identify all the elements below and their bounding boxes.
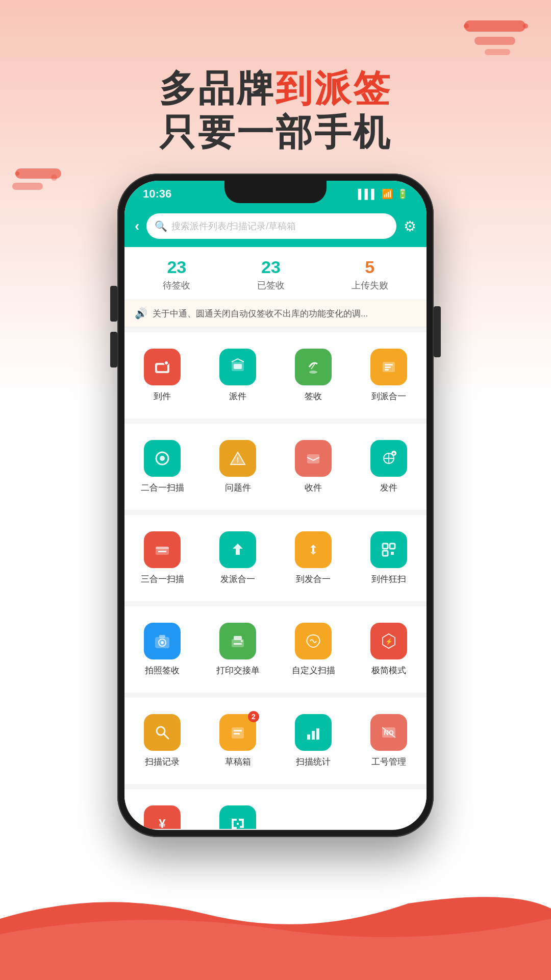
- icon-wozhangdan: ¥: [144, 805, 181, 829]
- icon-saoyisao: [219, 805, 256, 829]
- icon-paizhao: [144, 623, 181, 659]
- grid-section-2: 二合一扫描 ! 问题件 收件: [124, 424, 427, 510]
- svg-point-43: [241, 640, 243, 642]
- label-qianshou: 签收: [305, 390, 322, 402]
- menu-item-paijian[interactable]: 派件: [200, 340, 276, 410]
- icon-paijian: [219, 349, 256, 385]
- svg-text:!: !: [237, 456, 239, 464]
- label-daopaiheyi: 到派合一: [371, 390, 406, 402]
- svg-rect-2: [485, 49, 510, 55]
- signal-icon: ▌▌▌: [358, 189, 378, 200]
- search-box[interactable]: 🔍 搜索派件列表/扫描记录/草稿箱: [146, 213, 396, 239]
- menu-item-fapaiheyi[interactable]: 发派合一: [200, 523, 276, 593]
- menu-item-sanheyi[interactable]: 三合一扫描: [124, 523, 200, 593]
- status-icons: ▌▌▌ 📶 🔋: [358, 188, 408, 200]
- label-paijian: 派件: [229, 390, 246, 402]
- icon-zidingyisao: [295, 623, 332, 659]
- menu-item-dayinjiao[interactable]: 打印交接单: [200, 615, 276, 684]
- status-time: 10:36: [143, 187, 171, 201]
- wifi-icon: 📶: [382, 188, 393, 200]
- menu-item-wentijian[interactable]: ! 问题件: [200, 432, 276, 502]
- menu-item-daopaiheyi[interactable]: 到派合一: [351, 340, 427, 410]
- svg-rect-49: [234, 730, 242, 731]
- stat-pending[interactable]: 23 待签收: [163, 257, 190, 291]
- menu-item-paizhao[interactable]: 拍照签收: [124, 615, 200, 684]
- svg-rect-23: [307, 454, 319, 463]
- stat-failed-label: 上传失败: [352, 279, 388, 291]
- svg-rect-66: [242, 824, 244, 828]
- svg-rect-50: [234, 733, 240, 734]
- placeholder-2: [351, 797, 427, 829]
- menu-item-daojian[interactable]: 到件: [124, 340, 200, 410]
- menu-item-saoyisao[interactable]: 扫一扫: [200, 797, 276, 829]
- menu-item-saomaojilu[interactable]: 扫描记录: [124, 706, 200, 776]
- label-caogaoxiang: 草稿箱: [225, 756, 251, 768]
- svg-rect-8: [51, 175, 57, 181]
- icon-erheyi: [144, 440, 181, 477]
- stat-pending-number: 23: [163, 257, 190, 277]
- menu-item-jijianmoshi[interactable]: ⚡ 极简模式: [351, 615, 427, 684]
- menu-item-qianshou[interactable]: 签收: [276, 340, 351, 410]
- svg-rect-61: [242, 819, 244, 824]
- svg-rect-33: [390, 544, 395, 549]
- top-bar: ‹ 🔍 搜索派件列表/扫描记录/草稿箱 ⚙: [124, 207, 427, 247]
- svg-rect-31: [158, 551, 166, 552]
- menu-item-wozhangdan[interactable]: ¥ 我的账单: [124, 797, 200, 829]
- notice-icon: 🔊: [135, 307, 147, 320]
- power-button: [434, 306, 441, 357]
- svg-rect-51: [307, 734, 310, 740]
- header-title: 多品牌到派签 只要一部手机: [0, 66, 551, 155]
- placeholder-1: [276, 797, 351, 829]
- menu-item-erheyi[interactable]: 二合一扫描: [124, 432, 200, 502]
- menu-item-fajian[interactable]: + 发件: [351, 432, 427, 502]
- menu-item-saomiaotongji[interactable]: 扫描统计: [276, 706, 351, 776]
- svg-rect-42: [234, 643, 242, 645]
- svg-rect-53: [316, 728, 319, 740]
- stat-signed[interactable]: 23 已签收: [257, 257, 285, 291]
- volume-up-button: [110, 286, 117, 322]
- svg-point-15: [309, 371, 317, 374]
- icon-saomiaotongji: [295, 714, 332, 751]
- stat-failed[interactable]: 5 上传失败: [352, 257, 388, 291]
- back-button[interactable]: ‹: [135, 218, 139, 234]
- svg-point-12: [165, 361, 168, 364]
- svg-line-47: [164, 734, 168, 739]
- icon-grid-6: ¥ 我的账单 扫一扫: [124, 794, 427, 829]
- grid-section-1: 到件 派件 签收: [124, 332, 427, 419]
- label-paizhao: 拍照签收: [145, 665, 180, 676]
- deco-clouds-left: [10, 163, 71, 206]
- icon-daojiankangsao: [370, 531, 407, 568]
- scroll-content[interactable]: 23 待签收 23 已签收 5 上传失败 🔊 关于中通、圆通关闭自动仅签: [124, 247, 427, 829]
- badge-count-caogaoxiang: 2: [248, 711, 259, 722]
- svg-rect-0: [464, 20, 525, 32]
- menu-item-zidingyisao[interactable]: 自定义扫描: [276, 615, 351, 684]
- menu-item-gonghaoguanli[interactable]: NO 工号管理: [351, 706, 427, 776]
- svg-rect-10: [157, 365, 167, 371]
- icon-daojian: [144, 349, 181, 385]
- label-daofaheyi: 到发合一: [296, 573, 331, 585]
- menu-item-caogaoxiang[interactable]: 2 草稿箱: [200, 706, 276, 776]
- label-saomaojilu: 扫描记录: [145, 756, 180, 768]
- icon-daopaiheyi: [370, 349, 407, 385]
- svg-text:⚡: ⚡: [385, 638, 393, 645]
- menu-item-daojiankangsao[interactable]: 到件狂扫: [351, 523, 427, 593]
- stat-failed-number: 5: [352, 257, 388, 277]
- search-icon: 🔍: [155, 220, 167, 232]
- svg-rect-41: [234, 636, 242, 640]
- label-gonghaoguanli: 工号管理: [371, 756, 406, 768]
- icon-grid-2: 二合一扫描 ! 问题件 收件: [124, 429, 427, 505]
- phone-screen: 10:36 ▌▌▌ 📶 🔋 ‹ 🔍 搜索派件列表/扫描记录/草稿箱 ⚙: [124, 181, 427, 830]
- label-wentijian: 问题件: [225, 482, 251, 494]
- menu-item-shoujian[interactable]: 收件: [276, 432, 351, 502]
- icon-wentijian: !: [219, 440, 256, 477]
- svg-rect-17: [385, 364, 393, 365]
- svg-rect-34: [383, 551, 388, 556]
- menu-item-daofaheyi[interactable]: 到发合一: [276, 523, 351, 593]
- icon-dayinjiao: [219, 623, 256, 659]
- icon-grid-5: 扫描记录 2 草稿箱: [124, 703, 427, 779]
- settings-button[interactable]: ⚙: [404, 218, 416, 235]
- svg-rect-52: [312, 731, 315, 740]
- svg-rect-19: [385, 369, 389, 371]
- icon-fajian: +: [370, 440, 407, 477]
- title-part2: 只要一部手机: [159, 112, 392, 153]
